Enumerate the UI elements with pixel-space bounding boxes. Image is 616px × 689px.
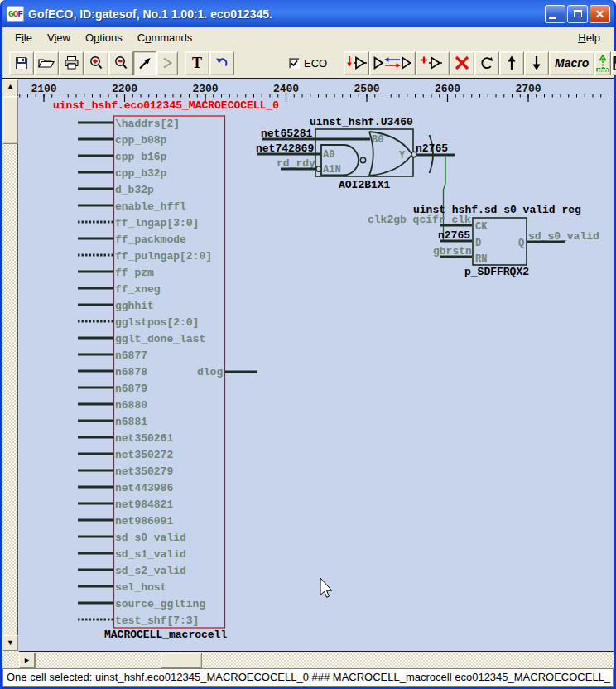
signal-label[interactable]: ff_pulngap[2:0] [115, 250, 212, 263]
maximize-button[interactable] [567, 5, 588, 23]
window-title: GofECO, ID:gatesof, No.1 1.00:1. eco0123… [28, 7, 543, 21]
open-button[interactable] [34, 51, 59, 75]
ruler-label: 2100 [31, 83, 56, 95]
check-icon [290, 59, 299, 68]
signal-label[interactable]: gglstpos[2:0] [115, 316, 199, 329]
title-bar[interactable]: GOF GofECO, ID:gatesof, No.1 1.00:1. eco… [2, 0, 614, 27]
signal-label[interactable]: enable_hffl [115, 200, 186, 213]
zoom-in-button[interactable] [84, 51, 108, 75]
menu-item-options[interactable]: Options [78, 29, 130, 46]
printer-icon [63, 55, 80, 71]
schematic-canvas[interactable]: 2100220023002400250026002700uinst_hshf.e… [18, 79, 614, 651]
pin-label: D [475, 238, 481, 249]
signal-label[interactable]: gglt_done_last [115, 333, 205, 345]
signal-label[interactable]: ff_xneg [115, 283, 161, 296]
net-label[interactable]: n2765 [416, 142, 448, 155]
canvas-area: ▲ ▼ 2100220023002400250026002700uinst_hs… [2, 78, 614, 651]
maximize-icon [574, 10, 582, 17]
menu-item-view[interactable]: View [40, 29, 78, 46]
signal-label[interactable]: test_shf[7:3] [115, 614, 199, 627]
signal-label[interactable]: n6879 [115, 383, 147, 395]
pointer-button[interactable] [133, 51, 156, 75]
export-netlist-button[interactable] [594, 51, 611, 75]
signal-label[interactable]: cpp_b32p [115, 167, 167, 180]
macrocell-output-pin-label[interactable]: dlog [197, 366, 223, 378]
save-netlist-button[interactable] [611, 51, 616, 75]
delete-button[interactable] [450, 51, 474, 75]
wire-mode-button[interactable] [156, 51, 178, 75]
signal-label[interactable]: n6877 [115, 349, 147, 362]
signal-label[interactable]: n6881 [115, 416, 147, 428]
undo-button[interactable] [209, 51, 234, 75]
scrollbar-corner [2, 651, 19, 668]
signal-label[interactable]: d_b32p [115, 184, 154, 196]
signal-label[interactable]: net986091 [115, 515, 173, 528]
macrocell-instance-title[interactable]: uinst_hshf.eco012345_MACROECOCELL_0 [53, 99, 279, 112]
app-logo-icon: GOF [7, 6, 24, 22]
pin-label: A0 [323, 149, 334, 161]
signal-label[interactable]: n6878 [115, 366, 147, 378]
reload-c-icon [479, 55, 495, 71]
eco-mode-group: ECO [289, 57, 327, 70]
insert-gate-button[interactable] [344, 51, 369, 75]
ruler-label: 2400 [273, 83, 299, 95]
signal-label[interactable]: ff_pzm [115, 267, 154, 279]
triangle-right-icon: ► [23, 657, 31, 664]
close-button[interactable]: ✕ [590, 5, 610, 23]
menu-item-commands[interactable]: Commands [130, 29, 200, 46]
signal-label[interactable]: net984821 [115, 499, 173, 511]
aoi-cell-name[interactable]: AOI2B1X1 [339, 179, 391, 191]
pin-label: RN [475, 253, 487, 265]
move-up-button[interactable] [499, 51, 524, 75]
signal-label[interactable]: net350261 [115, 432, 173, 445]
signal-label[interactable]: source_gglting [115, 598, 205, 610]
menu-item-file[interactable]: File [7, 29, 40, 46]
eco-checkbox[interactable] [289, 58, 300, 69]
signal-label[interactable]: sd_s2_valid [115, 565, 186, 577]
signal-label[interactable]: cpp_b08p [115, 134, 167, 147]
chevron-right-icon [159, 55, 176, 71]
macro-button[interactable]: Macro [549, 51, 594, 75]
horizontal-scrollbar-thumb[interactable] [161, 653, 202, 668]
signal-label[interactable]: sd_s1_valid [115, 548, 186, 561]
add-gate-icon [419, 54, 447, 72]
signal-label[interactable]: sel_host [115, 581, 166, 594]
signal-label[interactable]: cpp_b16p [115, 151, 167, 163]
replace-gate-button[interactable] [369, 51, 416, 75]
signal-label[interactable]: ff_packmode [115, 234, 186, 246]
svg-text:T: T [192, 55, 202, 71]
signal-label[interactable]: \haddrs[2] [115, 118, 180, 130]
scroll-up-button[interactable]: ▲ [2, 79, 18, 94]
menu-item-help[interactable]: Help [570, 29, 609, 46]
signal-label[interactable]: net443986 [115, 482, 173, 494]
macrocell-cell-name[interactable]: MACROCELL_macrocell [104, 629, 227, 641]
add-gate-button[interactable] [416, 51, 450, 75]
save-button[interactable] [9, 51, 34, 75]
vertical-scrollbar-thumb[interactable] [2, 96, 18, 144]
triangle-up-icon: ▲ [7, 83, 14, 90]
dff-cell-name[interactable]: p_SDFFRQX2 [464, 266, 529, 278]
signal-label[interactable]: net350279 [115, 465, 173, 478]
print-button[interactable] [59, 51, 84, 75]
macro-button-label: Macro [555, 56, 589, 70]
pin-label: Y [399, 150, 406, 161]
signal-label[interactable]: n6880 [115, 399, 147, 412]
aoi-instance-label[interactable]: uinst_hshf.U3460 [310, 116, 413, 128]
horizontal-scrollbar[interactable]: ◄ ► [19, 651, 614, 668]
signal-label[interactable]: sd_s0_valid [115, 532, 186, 544]
status-bar: One cell selected: uinst_hshf.eco012345_… [2, 668, 614, 687]
signal-label[interactable]: net350272 [115, 449, 173, 461]
app-window: GOF GofECO, ID:gatesof, No.1 1.00:1. eco… [0, 0, 616, 689]
scroll-down-button[interactable]: ▼ [2, 635, 18, 651]
zoom-out-button[interactable] [108, 51, 133, 75]
vertical-scrollbar[interactable]: ▲ ▼ [2, 79, 18, 651]
pin-label: CK [475, 221, 488, 233]
pointer-arrow-icon [137, 55, 153, 71]
reload-button[interactable] [474, 51, 499, 75]
move-down-button[interactable] [524, 51, 549, 75]
scroll-right-button[interactable]: ► [19, 653, 35, 668]
signal-label[interactable]: ff_lngap[3:0] [115, 217, 199, 229]
signal-label[interactable]: gghhit [115, 300, 154, 312]
text-tool-button[interactable]: T [185, 51, 209, 75]
minimize-button[interactable] [545, 5, 565, 23]
